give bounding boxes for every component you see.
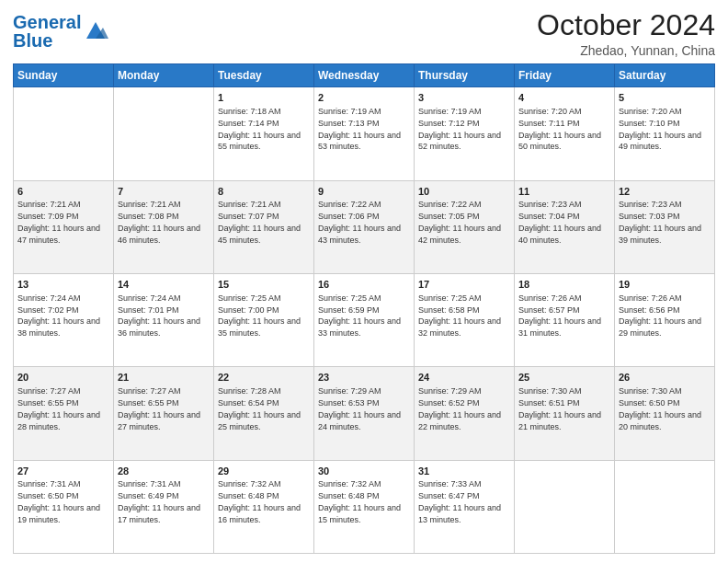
day-number: 8 (218, 185, 310, 199)
cell-info: Sunrise: 7:24 AMSunset: 7:01 PMDaylight:… (118, 293, 200, 338)
calendar-cell: 19Sunrise: 7:26 AMSunset: 6:56 PMDayligh… (615, 273, 715, 366)
calendar-cell: 21Sunrise: 7:27 AMSunset: 6:55 PMDayligh… (114, 367, 214, 460)
cell-info: Sunrise: 7:32 AMSunset: 6:48 PMDaylight:… (218, 479, 301, 523)
subtitle: Zhedao, Yunnan, China (537, 43, 715, 58)
cell-info: Sunrise: 7:26 AMSunset: 6:56 PMDaylight:… (619, 293, 701, 338)
cell-info: Sunrise: 7:27 AMSunset: 6:55 PMDaylight:… (17, 386, 100, 431)
cell-info: Sunrise: 7:19 AMSunset: 7:12 PMDaylight:… (418, 107, 501, 151)
calendar-cell: 6Sunrise: 7:21 AMSunset: 7:09 PMDaylight… (14, 180, 114, 273)
cell-info: Sunrise: 7:21 AMSunset: 7:08 PMDaylight:… (118, 200, 200, 244)
calendar-cell: 9Sunrise: 7:22 AMSunset: 7:06 PMDaylight… (314, 180, 415, 273)
col-wednesday: Wednesday (314, 64, 415, 87)
calendar-cell: 1Sunrise: 7:18 AMSunset: 7:14 PMDaylight… (214, 87, 314, 180)
logo-icon (83, 18, 108, 44)
calendar-cell: 8Sunrise: 7:21 AMSunset: 7:07 PMDaylight… (214, 180, 314, 273)
cell-info: Sunrise: 7:29 AMSunset: 6:52 PMDaylight:… (418, 386, 501, 431)
cell-info: Sunrise: 7:23 AMSunset: 7:03 PMDaylight:… (619, 200, 701, 244)
day-number: 29 (218, 465, 310, 478)
calendar-week-row: 6Sunrise: 7:21 AMSunset: 7:09 PMDaylight… (14, 180, 715, 273)
calendar-cell: 13Sunrise: 7:24 AMSunset: 7:02 PMDayligh… (14, 273, 114, 366)
calendar-cell (14, 87, 114, 180)
cell-info: Sunrise: 7:25 AMSunset: 6:58 PMDaylight:… (418, 293, 501, 338)
cell-info: Sunrise: 7:23 AMSunset: 7:04 PMDaylight:… (518, 200, 601, 244)
col-sunday: Sunday (14, 64, 114, 87)
day-number: 18 (518, 278, 610, 292)
cell-info: Sunrise: 7:22 AMSunset: 7:06 PMDaylight:… (318, 200, 401, 244)
title-block: October 2024 Zhedao, Yunnan, China (537, 9, 715, 58)
day-number: 5 (619, 91, 711, 105)
col-thursday: Thursday (415, 64, 515, 87)
day-number: 25 (518, 371, 610, 385)
day-number: 12 (619, 185, 711, 199)
day-number: 9 (318, 185, 410, 199)
calendar-cell: 31Sunrise: 7:33 AMSunset: 6:47 PMDayligh… (415, 460, 515, 553)
logo-blue: Blue (13, 30, 52, 51)
cell-info: Sunrise: 7:33 AMSunset: 6:47 PMDaylight:… (418, 479, 501, 523)
day-number: 20 (17, 371, 109, 385)
cell-info: Sunrise: 7:25 AMSunset: 6:59 PMDaylight:… (318, 293, 401, 338)
calendar-cell: 3Sunrise: 7:19 AMSunset: 7:12 PMDaylight… (415, 87, 515, 180)
calendar-cell: 7Sunrise: 7:21 AMSunset: 7:08 PMDaylight… (114, 180, 214, 273)
day-number: 16 (318, 278, 410, 292)
col-friday: Friday (515, 64, 615, 87)
calendar-cell (615, 460, 715, 553)
calendar-cell: 14Sunrise: 7:24 AMSunset: 7:01 PMDayligh… (114, 273, 214, 366)
cell-info: Sunrise: 7:20 AMSunset: 7:10 PMDaylight:… (619, 107, 701, 151)
day-number: 13 (17, 278, 109, 292)
calendar-cell: 12Sunrise: 7:23 AMSunset: 7:03 PMDayligh… (615, 180, 715, 273)
day-number: 11 (518, 185, 610, 199)
calendar-cell: 4Sunrise: 7:20 AMSunset: 7:11 PMDaylight… (515, 87, 615, 180)
cell-info: Sunrise: 7:21 AMSunset: 7:09 PMDaylight:… (17, 200, 100, 244)
cell-info: Sunrise: 7:30 AMSunset: 6:51 PMDaylight:… (518, 386, 601, 431)
day-number: 31 (418, 465, 510, 478)
cell-info: Sunrise: 7:19 AMSunset: 7:13 PMDaylight:… (318, 107, 401, 151)
page: General Blue October 2024 Zhedao, Yunnan… (0, 0, 728, 563)
calendar-cell: 26Sunrise: 7:30 AMSunset: 6:50 PMDayligh… (615, 367, 715, 460)
cell-info: Sunrise: 7:25 AMSunset: 7:00 PMDaylight:… (218, 293, 301, 338)
cell-info: Sunrise: 7:21 AMSunset: 7:07 PMDaylight:… (218, 200, 301, 244)
day-number: 10 (418, 185, 510, 199)
col-monday: Monday (114, 64, 214, 87)
calendar-header-row: Sunday Monday Tuesday Wednesday Thursday… (14, 64, 715, 87)
cell-info: Sunrise: 7:24 AMSunset: 7:02 PMDaylight:… (17, 293, 100, 338)
logo: General Blue (13, 13, 108, 50)
calendar-cell: 17Sunrise: 7:25 AMSunset: 6:58 PMDayligh… (415, 273, 515, 366)
cell-info: Sunrise: 7:31 AMSunset: 6:50 PMDaylight:… (17, 479, 100, 523)
day-number: 2 (318, 91, 410, 105)
calendar-week-row: 20Sunrise: 7:27 AMSunset: 6:55 PMDayligh… (14, 367, 715, 460)
day-number: 4 (518, 91, 610, 105)
day-number: 27 (17, 465, 109, 478)
day-number: 22 (218, 371, 310, 385)
day-number: 28 (118, 465, 210, 478)
day-number: 6 (17, 185, 109, 199)
day-number: 26 (619, 371, 711, 385)
day-number: 14 (118, 278, 210, 292)
cell-info: Sunrise: 7:31 AMSunset: 6:49 PMDaylight:… (118, 479, 200, 523)
calendar-cell: 10Sunrise: 7:22 AMSunset: 7:05 PMDayligh… (415, 180, 515, 273)
day-number: 15 (218, 278, 310, 292)
calendar-cell: 18Sunrise: 7:26 AMSunset: 6:57 PMDayligh… (515, 273, 615, 366)
calendar-table: Sunday Monday Tuesday Wednesday Thursday… (13, 63, 715, 554)
calendar-cell: 16Sunrise: 7:25 AMSunset: 6:59 PMDayligh… (314, 273, 415, 366)
calendar-cell: 30Sunrise: 7:32 AMSunset: 6:48 PMDayligh… (314, 460, 415, 553)
calendar-cell (114, 87, 214, 180)
logo-text: General Blue (13, 13, 81, 50)
day-number: 17 (418, 278, 510, 292)
day-number: 21 (118, 371, 210, 385)
col-saturday: Saturday (615, 64, 715, 87)
calendar-cell: 28Sunrise: 7:31 AMSunset: 6:49 PMDayligh… (114, 460, 214, 553)
cell-info: Sunrise: 7:29 AMSunset: 6:53 PMDaylight:… (318, 386, 401, 431)
calendar-week-row: 1Sunrise: 7:18 AMSunset: 7:14 PMDaylight… (14, 87, 715, 180)
calendar-cell (515, 460, 615, 553)
day-number: 24 (418, 371, 510, 385)
calendar-cell: 11Sunrise: 7:23 AMSunset: 7:04 PMDayligh… (515, 180, 615, 273)
day-number: 3 (418, 91, 510, 105)
day-number: 1 (218, 91, 310, 105)
cell-info: Sunrise: 7:18 AMSunset: 7:14 PMDaylight:… (218, 107, 301, 151)
cell-info: Sunrise: 7:20 AMSunset: 7:11 PMDaylight:… (518, 107, 601, 151)
main-title: October 2024 (537, 9, 715, 41)
calendar-week-row: 27Sunrise: 7:31 AMSunset: 6:50 PMDayligh… (14, 460, 715, 553)
cell-info: Sunrise: 7:28 AMSunset: 6:54 PMDaylight:… (218, 386, 301, 431)
calendar-cell: 2Sunrise: 7:19 AMSunset: 7:13 PMDaylight… (314, 87, 415, 180)
cell-info: Sunrise: 7:32 AMSunset: 6:48 PMDaylight:… (318, 479, 401, 523)
